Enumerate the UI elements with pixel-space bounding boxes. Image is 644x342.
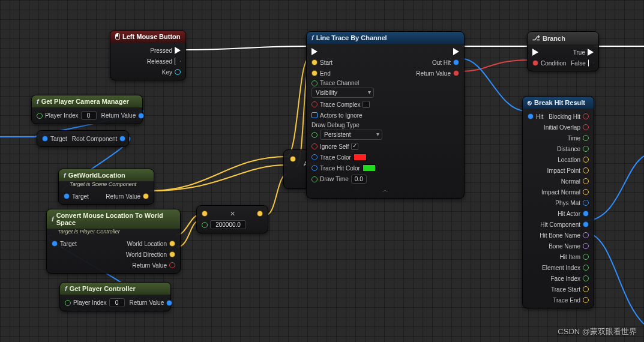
exec-pin-pressed[interactable] <box>175 47 181 54</box>
pin-hit[interactable] <box>528 113 534 119</box>
function-icon: f <box>65 285 67 292</box>
pin-label: Trace Channel <box>320 80 359 86</box>
pin-label: Trace Color <box>320 154 351 161</box>
pin-start[interactable] <box>311 59 317 65</box>
pin-out[interactable] <box>257 211 263 217</box>
pin-condition[interactable] <box>532 60 538 66</box>
multiply-value[interactable]: 200000.0 <box>210 220 246 229</box>
node-branch[interactable]: ⎇Branch True ConditionFalse <box>527 31 599 71</box>
pin-return[interactable] <box>169 262 175 268</box>
pin-target[interactable] <box>52 241 58 247</box>
pin-b[interactable] <box>202 222 208 228</box>
pin-blocking-hit[interactable] <box>583 113 589 119</box>
pin-trace-start[interactable] <box>583 286 589 292</box>
pin-element-index[interactable] <box>583 265 589 271</box>
pin-ignore-self[interactable] <box>311 143 317 149</box>
pin-label: Trace Complex <box>320 101 360 108</box>
pin-label: Normal <box>561 178 580 185</box>
pin-label: Trace End <box>553 297 580 304</box>
node-line-trace-by-channel[interactable]: fLine Trace By Channel StartOut Hit EndR… <box>306 31 465 199</box>
exec-in[interactable] <box>532 49 538 56</box>
pin-hit-component[interactable] <box>583 221 589 227</box>
pin-draw-time[interactable] <box>311 176 317 182</box>
player-index-value[interactable]: 0 <box>81 111 97 120</box>
pin-return[interactable] <box>138 113 144 119</box>
node-get-world-location[interactable]: fGetWorldLocation Target is Scene Compon… <box>58 169 154 205</box>
pin-trace-channel[interactable] <box>311 80 317 86</box>
trace-channel-dropdown[interactable]: Visibility <box>311 88 374 98</box>
trace-hit-color-swatch[interactable] <box>363 164 376 172</box>
pin-label: Return Value <box>416 70 451 77</box>
pin-phys-mat[interactable] <box>583 200 589 206</box>
pin-trace-end[interactable] <box>583 297 589 303</box>
pin-trace-complex[interactable] <box>311 101 317 107</box>
pin-target[interactable] <box>42 136 48 142</box>
function-icon: f <box>64 172 66 179</box>
node-convert-mouse-location[interactable]: fConvert Mouse Location To World Space T… <box>46 209 181 274</box>
pin-player-index[interactable] <box>65 300 71 306</box>
pin-key[interactable] <box>175 69 181 75</box>
pin-world-direction[interactable] <box>169 251 175 257</box>
node-subtitle: Target is Scene Component <box>59 181 154 188</box>
ignore-self-checkbox[interactable] <box>351 143 358 150</box>
pin-distance[interactable] <box>583 146 589 152</box>
draw-debug-dropdown[interactable]: Persistent <box>320 130 382 140</box>
node-multiply[interactable]: ✕ 200000.0 <box>196 205 268 233</box>
pin-label: World Location <box>127 241 167 247</box>
exec-false[interactable] <box>588 59 594 67</box>
pin-hit-actor[interactable] <box>583 211 589 217</box>
pin-label: Impact Point <box>547 167 580 174</box>
pin-trace-hit-color[interactable] <box>311 165 317 171</box>
node-break-hit-result[interactable]: ⎋Break Hit Result HitBlocking Hit Initia… <box>522 96 594 308</box>
function-icon: f <box>37 98 39 105</box>
pin-hit-bone-name[interactable] <box>583 232 589 238</box>
draw-time-value[interactable]: 0.0 <box>351 175 367 184</box>
pin-label: Return Value <box>132 262 167 269</box>
pin-impact-normal[interactable] <box>583 189 589 195</box>
pin-label: Face Index <box>551 275 580 282</box>
pin-in-1[interactable] <box>290 156 296 162</box>
pin-return-value[interactable] <box>453 70 459 76</box>
pin-key-label: Key <box>162 69 172 76</box>
trace-color-swatch[interactable] <box>354 154 367 161</box>
pin-pressed-label: Pressed <box>150 47 172 54</box>
pin-face-index[interactable] <box>583 275 589 281</box>
pin-normal[interactable] <box>583 178 589 184</box>
pin-label: Hit Item <box>560 254 580 260</box>
pin-initial-overlap[interactable] <box>583 124 589 130</box>
exec-true[interactable] <box>588 49 594 56</box>
pin-return[interactable] <box>166 300 172 306</box>
pin-world-location[interactable] <box>169 241 175 247</box>
pin-impact-point[interactable] <box>583 167 589 173</box>
pin-end[interactable] <box>311 70 317 76</box>
function-icon: f <box>52 215 54 223</box>
node-get-player-camera-manager[interactable]: fGet Player Camera Manager Player Index0… <box>31 95 143 124</box>
exec-out[interactable] <box>453 48 459 55</box>
pin-time[interactable] <box>583 135 589 141</box>
exec-pin-released[interactable] <box>175 58 181 65</box>
pin-draw-debug[interactable] <box>311 132 317 138</box>
pin-bone-name[interactable] <box>583 243 589 249</box>
pin-hit-item[interactable] <box>583 254 589 260</box>
pin-trace-color[interactable] <box>311 154 317 160</box>
pin-label: False <box>571 60 585 67</box>
pin-out-hit[interactable] <box>453 59 459 65</box>
pin-label: Bone Name <box>549 243 580 250</box>
collapse-icon[interactable]: ︿ <box>307 185 464 196</box>
trace-complex-checkbox[interactable] <box>363 101 370 108</box>
pin-label: Actors to Ignore <box>320 112 363 119</box>
pin-return[interactable] <box>143 193 149 199</box>
pin-player-index[interactable] <box>37 113 43 119</box>
pin-a[interactable] <box>202 211 208 217</box>
node-root-component[interactable]: Target Root Component <box>37 130 129 147</box>
pin-root-component[interactable] <box>119 136 125 142</box>
pin-location[interactable] <box>583 157 589 163</box>
node-left-mouse-button[interactable]: Left Mouse Button Pressed Released Key <box>110 30 186 80</box>
pin-label: Hit Component <box>540 221 580 228</box>
pin-target[interactable] <box>64 193 70 199</box>
node-title: Convert Mouse Location To World Space <box>56 212 175 226</box>
exec-in[interactable] <box>311 48 317 55</box>
node-get-player-controller[interactable]: fGet Player Controller Player Index0 Ret… <box>59 282 171 311</box>
pin-label: Hit Actor <box>558 211 580 217</box>
player-index-value[interactable]: 0 <box>109 298 125 307</box>
